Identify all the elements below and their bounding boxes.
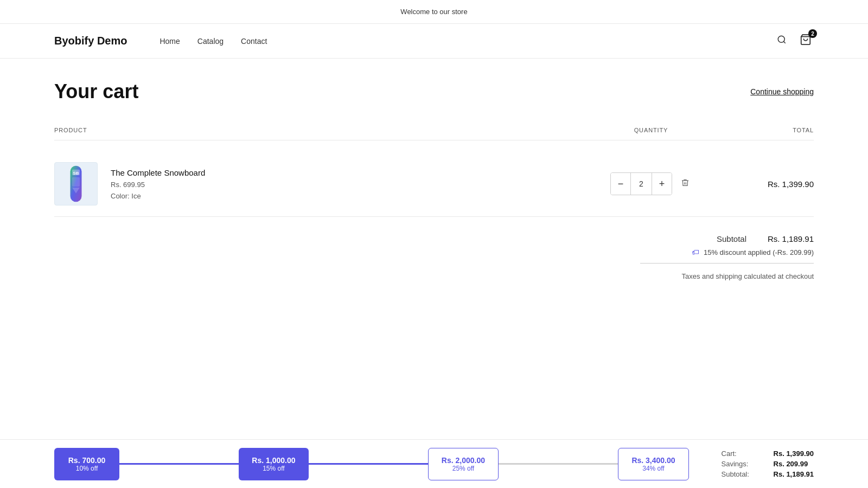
cart-item: SB The Complete Snowboard Rs. 699.95 Col…	[54, 151, 814, 217]
quantity-cell: − 2 +	[597, 172, 705, 195]
cart-button[interactable]: 2	[797, 31, 814, 50]
taxes-note: Taxes and shipping calculated at checkou…	[681, 272, 814, 280]
svg-text:SB: SB	[73, 171, 79, 176]
product-cell: SB The Complete Snowboard Rs. 699.95 Col…	[54, 162, 597, 206]
cart-table-header: Product Quantity Total	[54, 120, 814, 140]
subtotal-label: Subtotal	[717, 234, 746, 243]
product-color: Color: Ice	[111, 192, 205, 200]
continue-shopping-button[interactable]: Continue shopping	[750, 87, 814, 96]
trash-icon	[681, 178, 690, 187]
tag-icon: 🏷	[692, 248, 699, 256]
col-product: Product	[54, 127, 597, 133]
product-image: SB	[54, 162, 98, 206]
cart-summary: Subtotal Rs. 1,189.91 🏷 15% discount app…	[54, 234, 814, 285]
svg-point-0	[778, 36, 784, 42]
nav-home[interactable]: Home	[159, 37, 180, 46]
main-content: Your cart Continue shopping Product Quan…	[0, 59, 868, 439]
svg-rect-6	[72, 177, 80, 187]
item-total: Rs. 1,399.90	[705, 179, 814, 189]
nav-contact[interactable]: Contact	[241, 37, 267, 46]
product-price: Rs. 699.95	[111, 181, 205, 189]
header-icons: 2	[775, 31, 814, 50]
search-button[interactable]	[775, 33, 789, 49]
nav-catalog[interactable]: Catalog	[197, 37, 224, 46]
cart-badge: 2	[808, 29, 817, 38]
product-name: The Complete Snowboard	[111, 168, 205, 177]
banner-text: Welcome to our store	[400, 8, 467, 16]
cart-header: Your cart Continue shopping	[54, 80, 814, 103]
col-quantity: Quantity	[597, 127, 705, 133]
quantity-controls: − 2 +	[610, 172, 672, 195]
svg-line-1	[783, 41, 785, 43]
header: Byobify Demo Home Catalog Contact 2	[0, 24, 868, 59]
top-banner: Welcome to our store	[0, 0, 868, 24]
site-logo[interactable]: Byobify Demo	[54, 35, 127, 47]
cart-title: Your cart	[54, 80, 138, 103]
discount-row: 🏷 15% discount applied (-Rs. 209.99)	[692, 248, 814, 256]
discount-text: 15% discount applied (-Rs. 209.99)	[704, 248, 814, 256]
col-total: Total	[705, 127, 814, 133]
product-illustration: SB	[60, 165, 92, 203]
subtotal-value: Rs. 1,189.91	[760, 234, 814, 243]
subtotal-row: Subtotal Rs. 1,189.91	[717, 234, 814, 243]
product-info: The Complete Snowboard Rs. 699.95 Color:…	[111, 168, 205, 200]
quantity-increase-button[interactable]: +	[652, 173, 672, 195]
search-icon	[777, 35, 787, 44]
summary-divider	[640, 263, 814, 264]
delete-item-button[interactable]	[679, 176, 692, 191]
quantity-value: 2	[630, 173, 652, 195]
quantity-decrease-button[interactable]: −	[611, 173, 630, 195]
main-nav: Home Catalog Contact	[159, 37, 775, 46]
